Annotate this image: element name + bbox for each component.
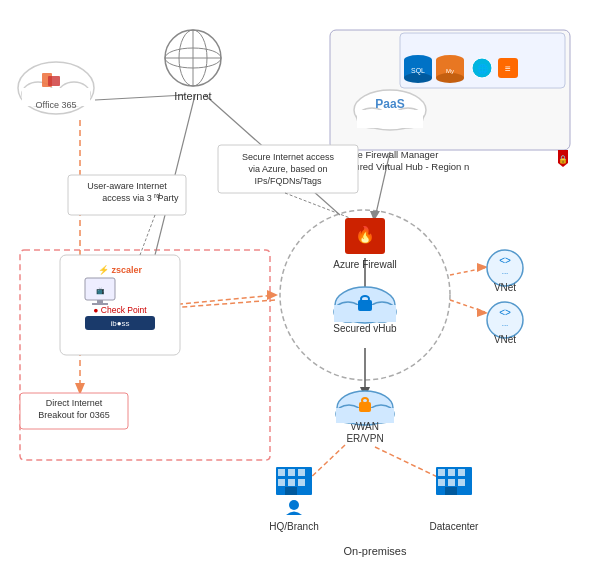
svg-line-6 — [95, 95, 185, 100]
svg-rect-88 — [278, 469, 285, 476]
svg-text:ib●ss: ib●ss — [110, 319, 129, 328]
svg-text:Party: Party — [157, 193, 179, 203]
diagram: Office 365 Internet PaaS SQL — [0, 0, 600, 583]
svg-marker-10 — [267, 290, 278, 300]
svg-rect-42 — [357, 110, 423, 128]
svg-text:SQL: SQL — [411, 67, 425, 75]
svg-text:🌐: 🌐 — [477, 63, 489, 75]
svg-point-95 — [289, 500, 299, 510]
svg-rect-92 — [288, 479, 295, 486]
svg-text:···: ··· — [502, 269, 509, 278]
svg-marker-16 — [477, 308, 488, 317]
svg-text:● Check Point: ● Check Point — [93, 305, 147, 315]
svg-text:🔒: 🔒 — [558, 154, 568, 164]
svg-text:User-aware Internet: User-aware Internet — [87, 181, 167, 191]
svg-rect-94 — [285, 487, 297, 495]
svg-text:≡: ≡ — [505, 63, 511, 74]
svg-text:My: My — [446, 68, 454, 74]
svg-line-128 — [285, 193, 350, 218]
svg-text:Direct Internet: Direct Internet — [46, 398, 103, 408]
svg-text:<>: <> — [499, 255, 511, 266]
svg-text:access via 3: access via 3 — [102, 193, 152, 203]
svg-rect-100 — [458, 469, 465, 476]
svg-rect-93 — [298, 479, 305, 486]
svg-rect-98 — [438, 469, 445, 476]
svg-text:Azure Firewall: Azure Firewall — [333, 259, 396, 270]
svg-text:On-premises: On-premises — [344, 545, 407, 557]
svg-text:VNet: VNet — [494, 282, 516, 293]
svg-text:🔥: 🔥 — [355, 225, 375, 244]
svg-rect-91 — [278, 479, 285, 486]
svg-text:HQ/Branch: HQ/Branch — [269, 521, 318, 532]
svg-rect-99 — [448, 469, 455, 476]
svg-text:vWAN: vWAN — [351, 421, 379, 432]
svg-rect-89 — [288, 469, 295, 476]
svg-text:IPs/FQDNs/Tags: IPs/FQDNs/Tags — [254, 176, 322, 186]
svg-text:📺: 📺 — [96, 286, 105, 295]
svg-rect-31 — [48, 76, 60, 86]
svg-text:via Azure, based on: via Azure, based on — [248, 164, 327, 174]
svg-point-46 — [404, 73, 432, 83]
svg-point-50 — [436, 73, 464, 83]
svg-rect-102 — [448, 479, 455, 486]
svg-text:···: ··· — [502, 321, 509, 330]
svg-text:PaaS: PaaS — [375, 97, 404, 111]
svg-text:Breakout for 0365: Breakout for 0365 — [38, 410, 110, 420]
svg-text:<>: <> — [499, 307, 511, 318]
svg-text:ER/VPN: ER/VPN — [346, 433, 383, 444]
svg-text:Secure Internet access: Secure Internet access — [242, 152, 335, 162]
svg-rect-90 — [298, 469, 305, 476]
svg-text:VNet: VNet — [494, 334, 516, 345]
svg-line-127 — [140, 215, 155, 255]
svg-rect-104 — [445, 487, 457, 495]
svg-text:⚡ zscaler: ⚡ zscaler — [98, 264, 143, 276]
svg-text:Office 365: Office 365 — [36, 100, 77, 110]
svg-text:Secured vHub: Secured vHub — [333, 323, 397, 334]
svg-rect-101 — [438, 479, 445, 486]
svg-text:Internet: Internet — [174, 90, 211, 102]
svg-text:Datacenter: Datacenter — [430, 521, 480, 532]
svg-line-11 — [170, 300, 275, 308]
svg-rect-103 — [458, 479, 465, 486]
